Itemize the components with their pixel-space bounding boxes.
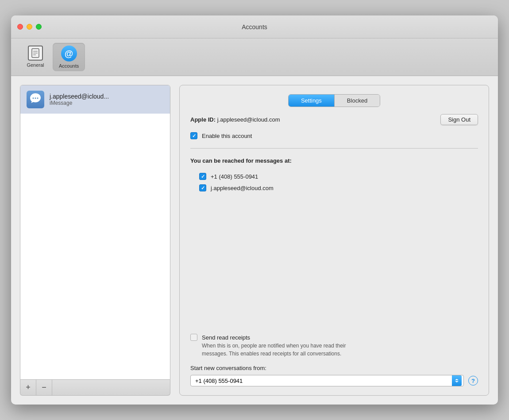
read-receipts-label: Send read receipts (202, 334, 250, 341)
account-info: j.appleseed@icloud... iMessage (50, 93, 109, 106)
enable-account-checkbox[interactable]: ✓ (190, 132, 197, 139)
svg-point-5 (35, 98, 36, 99)
apple-id-value: j.appleseed@icloud.com (217, 116, 280, 123)
close-button[interactable] (17, 24, 23, 30)
contact-phone-checkbox[interactable]: ✓ (199, 173, 206, 180)
sign-out-button[interactable]: Sign Out (440, 114, 478, 125)
enable-account-label: Enable this account (202, 133, 252, 139)
account-item[interactable]: j.appleseed@icloud... iMessage (20, 85, 170, 114)
minimize-button[interactable] (27, 24, 32, 30)
imessage-icon (29, 92, 42, 107)
main-content: j.appleseed@icloud... iMessage + − Setti… (11, 76, 498, 405)
help-button[interactable]: ? (468, 376, 478, 386)
accounts-label: Accounts (59, 63, 79, 69)
general-icon (28, 46, 43, 61)
contact-options: ✓ +1 (408) 555-0941 ✓ j.appleseed@icloud… (190, 173, 478, 191)
general-label: General (27, 62, 44, 68)
svg-point-6 (37, 98, 39, 99)
read-receipts-description: When this is on, people are notified whe… (190, 342, 478, 358)
traffic-lights (17, 24, 42, 30)
read-receipts-section: Send read receipts When this is on, peop… (190, 334, 478, 358)
spacer (190, 199, 478, 327)
start-convo-section: Start new conversations from: +1 (408) 5… (190, 365, 478, 386)
divider-1 (190, 148, 478, 149)
preferences-window: Accounts General @ Accounts (11, 15, 498, 405)
toolbar: General @ Accounts (11, 38, 498, 76)
checkmark-icon: ✓ (201, 174, 205, 179)
start-convo-label: Start new conversations from: (190, 365, 478, 371)
sidebar-bottom-toolbar: + − (20, 380, 170, 396)
read-receipts-checkbox[interactable] (190, 334, 197, 341)
toolbar-item-general[interactable]: General (20, 43, 51, 71)
settings-panel: Settings Blocked Apple ID: j.appleseed@i… (179, 85, 489, 396)
contact-email-label: j.appleseed@icloud.com (211, 185, 274, 191)
accounts-icon: @ (61, 46, 77, 61)
contact-phone-row[interactable]: ✓ +1 (408) 555-0941 (199, 173, 478, 180)
start-convo-row: +1 (408) 555-0941 ? (190, 375, 478, 386)
toolbar-item-accounts[interactable]: @ Accounts (53, 43, 85, 71)
apple-id-label: Apple ID: (190, 116, 216, 123)
remove-account-button[interactable]: − (36, 380, 52, 395)
dropdown-arrow-icon (452, 375, 462, 386)
tab-control: Settings Blocked (288, 94, 380, 107)
start-convo-value: +1 (408) 555-0941 (195, 378, 243, 384)
add-account-button[interactable]: + (20, 380, 36, 395)
account-avatar (27, 91, 44, 108)
titlebar: Accounts (11, 15, 498, 38)
accounts-list: j.appleseed@icloud... iMessage (20, 85, 170, 380)
window-title: Accounts (242, 23, 267, 31)
svg-point-4 (33, 98, 34, 99)
account-email: j.appleseed@icloud... (50, 93, 109, 100)
maximize-button[interactable] (36, 24, 42, 30)
apple-id-text: Apple ID: j.appleseed@icloud.com (190, 116, 280, 123)
contact-email-row[interactable]: ✓ j.appleseed@icloud.com (199, 184, 478, 191)
read-receipts-row[interactable]: Send read receipts (190, 334, 478, 341)
tab-settings[interactable]: Settings (289, 95, 335, 107)
checkmark-icon: ✓ (192, 133, 196, 139)
enable-account-row[interactable]: ✓ Enable this account (190, 132, 478, 139)
checkmark-icon: ✓ (201, 185, 205, 191)
tab-blocked[interactable]: Blocked (335, 95, 380, 107)
reachable-heading: You can be reached for messages at: (190, 157, 478, 164)
sidebar: j.appleseed@icloud... iMessage + − (20, 85, 170, 396)
contact-phone-label: +1 (408) 555-0941 (211, 173, 258, 180)
account-type: iMessage (50, 100, 109, 106)
apple-id-row: Apple ID: j.appleseed@icloud.com Sign Ou… (190, 114, 478, 125)
start-convo-dropdown[interactable]: +1 (408) 555-0941 (190, 375, 464, 386)
contact-email-checkbox[interactable]: ✓ (199, 184, 206, 191)
